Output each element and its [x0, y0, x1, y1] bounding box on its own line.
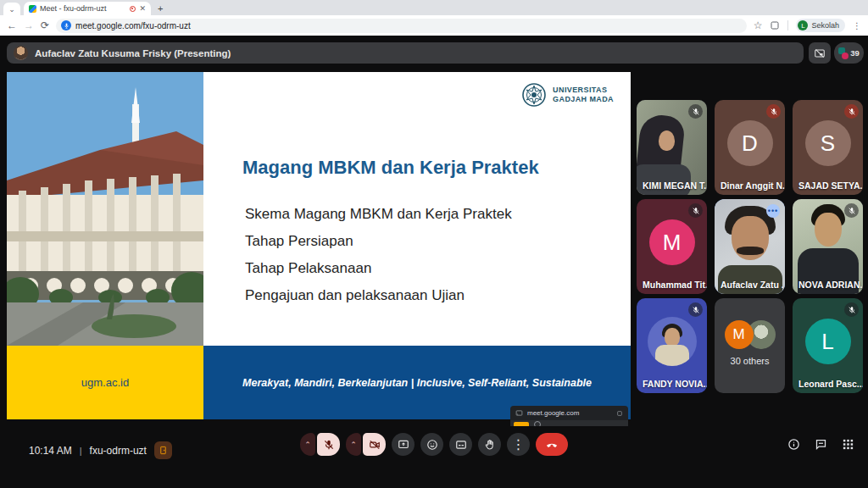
toolbar-divider: [787, 20, 788, 30]
captions-icon: [455, 439, 467, 451]
present-screen-button[interactable]: [392, 433, 415, 456]
bookmark-star-icon[interactable]: ☆: [754, 20, 763, 30]
mic-options-button[interactable]: ⌃: [300, 433, 315, 456]
breakout-room-icon[interactable]: [154, 441, 172, 459]
browser-tab[interactable]: Meet - fxu-odrm-uzt ✕: [24, 2, 151, 15]
profile-name: Sekolah: [811, 21, 839, 30]
participant-name: KIMI MEGAN T...: [643, 180, 707, 191]
participant-tile[interactable]: KIMI MEGAN T...: [637, 100, 707, 195]
camera-control-group: ⌃: [346, 433, 386, 456]
screen-share-popup[interactable]: meet.google.com: [510, 406, 628, 426]
info-icon: [787, 438, 800, 451]
raise-hand-button[interactable]: [478, 433, 501, 456]
share-popup-stop-button[interactable]: [514, 422, 529, 427]
google-meet-window: ⌄ Meet - fxu-odrm-uzt ✕ + ← → ⟳ meet.goo…: [0, 0, 868, 488]
browser-menu-icon[interactable]: ⋮: [853, 21, 861, 30]
camera-toggle-button[interactable]: [363, 433, 386, 456]
forward-icon[interactable]: →: [24, 20, 34, 30]
grid-icon: [842, 438, 854, 451]
pip-off-button[interactable]: [809, 42, 831, 64]
camera-off-icon: [369, 439, 381, 451]
camera-options-button[interactable]: ⌃: [346, 433, 361, 456]
others-tile[interactable]: M 30 others: [715, 298, 785, 393]
tab-search-button[interactable]: ⌄: [3, 3, 20, 15]
participant-name: NOVA ADRIAN...: [798, 280, 863, 290]
participant-tile[interactable]: NOVA ADRIAN...: [793, 199, 863, 294]
meeting-code: fxu-odrm-uzt: [90, 445, 147, 457]
participant-tile[interactable]: S SAJAD SETYA...: [793, 100, 863, 195]
meeting-panels: [787, 438, 854, 451]
end-call-button[interactable]: [536, 433, 568, 456]
mic-muted-icon: [688, 203, 703, 218]
participant-tile[interactable]: L Leonard Pasc...: [793, 298, 863, 393]
participant-name: Dinar Anggit N...: [721, 180, 785, 191]
expand-icon: [616, 410, 623, 417]
reload-icon[interactable]: ⟳: [41, 20, 49, 30]
mic-control-group: ⌃: [300, 433, 340, 456]
campus-photo: [7, 72, 203, 346]
slide-item: Tahap Pelaksanaan: [245, 255, 512, 282]
back-icon[interactable]: ←: [7, 20, 17, 30]
more-options-button[interactable]: ⋮: [507, 433, 530, 456]
mic-muted-icon: [844, 203, 859, 218]
participant-initial-avatar: S: [805, 120, 851, 166]
reactions-button[interactable]: [420, 433, 443, 456]
browser-toolbar: ← → ⟳ meet.google.com/fxu-odrm-uzt ☆ L S…: [0, 15, 868, 36]
participant-tile[interactable]: M Muhammad Tit...: [637, 199, 707, 294]
end-call-icon: [545, 438, 559, 452]
new-tab-button[interactable]: +: [158, 3, 163, 15]
presented-slide: UNIVERSITAS GADJAH MADA Magang MBKM dan …: [7, 72, 631, 419]
participant-tile[interactable]: FANDY NOVIA...: [637, 298, 707, 393]
presenter-avatar: [14, 46, 28, 60]
smiley-icon: [426, 439, 438, 451]
ugm-logo: UNIVERSITAS GADJAH MADA: [521, 82, 614, 108]
slide-footer-motto: Merakyat, Mandiri, Berkelanjutan | Inclu…: [242, 377, 592, 389]
browser-tabstrip: ⌄ Meet - fxu-odrm-uzt ✕ +: [0, 0, 868, 15]
info-separator: |: [80, 446, 82, 456]
mic-off-icon: [323, 439, 335, 451]
participant-name: SAJAD SETYA...: [798, 180, 863, 191]
mic-muted-icon: [766, 104, 781, 119]
activities-button[interactable]: [842, 438, 854, 451]
profile-avatar: L: [798, 20, 808, 30]
cast-icon: [515, 409, 523, 417]
participant-name: Leonard Pasc...: [798, 379, 863, 389]
participants-pill[interactable]: 39: [834, 42, 864, 64]
mic-muted-icon: [688, 104, 703, 119]
meeting-details-button[interactable]: [787, 438, 800, 451]
tab-group-icon[interactable]: [770, 20, 780, 30]
chat-button[interactable]: [815, 438, 827, 451]
slide-item: Skema Magang MBKM dan Kerja Praktek: [245, 201, 512, 228]
mic-muted-icon: [844, 302, 859, 317]
slide-footer-url: ugm.ac.id: [81, 376, 129, 389]
slide-title: Magang MBKM dan Kerja Praktek: [242, 157, 539, 179]
clock-time: 10:14 AM: [29, 445, 72, 457]
url-bar[interactable]: meet.google.com/fxu-odrm-uzt: [56, 19, 747, 33]
mic-in-use-icon: [61, 20, 71, 30]
participant-name: Muhammad Tit...: [643, 280, 707, 290]
slide-item-list: Skema Magang MBKM dan Kerja Praktek Taha…: [245, 201, 512, 309]
participant-tile-presenter[interactable]: ••• Aufaclav Zatu ...: [715, 199, 785, 294]
mic-muted-icon: [688, 302, 703, 317]
meeting-info: 10:14 AM | fxu-odrm-uzt: [29, 441, 172, 459]
tab-recording-icon: [130, 6, 136, 12]
participant-initial-avatar: D: [727, 120, 773, 166]
meet-favicon: [29, 5, 36, 13]
slide-item: Tahap Persiapan: [245, 228, 512, 255]
participant-initial-avatar: M: [649, 219, 695, 265]
tab-title: Meet - fxu-odrm-uzt: [40, 4, 126, 13]
mic-toggle-button[interactable]: [317, 433, 340, 456]
tab-close-icon[interactable]: ✕: [139, 4, 146, 13]
tile-menu-icon[interactable]: •••: [766, 204, 780, 218]
participant-name: Aufaclav Zatu ...: [721, 280, 785, 290]
url-text: meet.google.com/fxu-odrm-uzt: [75, 21, 191, 30]
participant-tile[interactable]: D Dinar Anggit N...: [715, 100, 785, 195]
profile-chip[interactable]: L Sekolah: [796, 19, 845, 32]
raise-hand-icon: [484, 439, 496, 451]
presenter-name: Aufaclav Zatu Kusuma Frisky (Presenting): [35, 48, 231, 58]
slide-footer-yellow: ugm.ac.id: [7, 346, 203, 419]
ugm-emblem-icon: [521, 82, 547, 108]
captions-button[interactable]: [449, 433, 472, 456]
participant-name: FANDY NOVIA...: [643, 379, 707, 389]
presenter-banner[interactable]: Aufaclav Zatu Kusuma Frisky (Presenting): [7, 42, 804, 64]
